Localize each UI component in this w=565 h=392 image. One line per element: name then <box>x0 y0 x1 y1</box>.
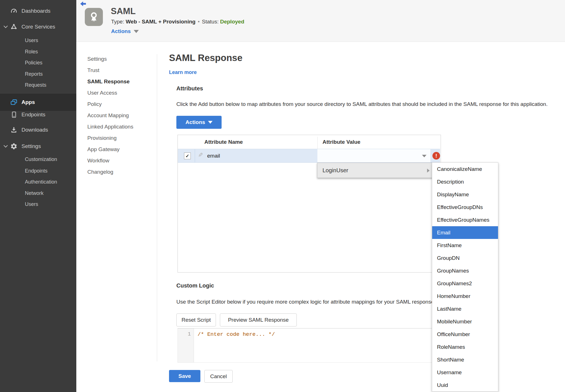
cancel-button[interactable]: Cancel <box>204 370 233 383</box>
tab-policy[interactable]: Policy <box>87 99 133 110</box>
column-header-attribute-value: Attribute Value <box>322 135 360 149</box>
menu-item-firstname[interactable]: FirstName <box>432 239 498 252</box>
script-editor[interactable]: 1 /* Enter code here... */ <box>177 328 440 363</box>
download-icon <box>10 126 18 134</box>
tab-account-mapping[interactable]: Account Mapping <box>87 110 133 121</box>
cell-divider <box>195 149 195 162</box>
chevron-down-icon <box>134 30 139 33</box>
sidebar: Dashboards Core Services Users Roles Pol… <box>0 0 76 392</box>
sidebar-item-customization[interactable]: Customization <box>0 154 76 164</box>
menu-item-groupnames[interactable]: GroupNames <box>432 264 498 277</box>
core-services-icon <box>10 23 18 31</box>
menu-item-uuid[interactable]: Uuid <box>432 379 498 391</box>
tab-trust[interactable]: Trust <box>87 65 133 76</box>
app-header: SAML Type: Web - SAML + Provisioning•Sta… <box>76 0 565 42</box>
custom-logic-heading: Custom Logic <box>176 282 214 289</box>
menu-item-shortname[interactable]: ShortName <box>432 353 498 366</box>
row-checkbox[interactable]: ✓ <box>184 153 191 159</box>
attribute-value-dropdown[interactable] <box>317 149 431 162</box>
status-label: Status: <box>202 19 218 25</box>
value-submenu: CanonicalizeName Description DisplayName… <box>432 162 498 392</box>
menu-item-groupnames2[interactable]: GroupNames2 <box>432 277 498 290</box>
sidebar-item-roles[interactable]: Roles <box>0 47 76 56</box>
sidebar-item-core-services[interactable]: Core Services <box>0 22 76 32</box>
sidebar-item-label: Endpoints <box>21 112 46 118</box>
sidebar-item-label: Downloads <box>21 127 48 133</box>
sidebar-item-reports[interactable]: Reports <box>0 69 76 79</box>
menu-item-email[interactable]: Email <box>432 226 498 239</box>
type-label: Type: <box>111 19 124 25</box>
sidebar-item-label: Core Services <box>21 24 55 30</box>
attribute-name-cell: email <box>207 149 220 162</box>
sidebar-item-label: Apps <box>21 99 35 105</box>
menu-item-homenumber[interactable]: HomeNumber <box>432 290 498 302</box>
chevron-down-icon[interactable] <box>3 144 8 149</box>
attributes-actions-button[interactable]: Actions <box>176 116 222 129</box>
sidebar-item-apps[interactable]: Apps <box>0 94 76 111</box>
sidebar-item-settings-endpoints[interactable]: Endpoints <box>0 166 76 176</box>
page-title: SAML Response <box>169 53 243 63</box>
editor-gutter: 1 <box>178 328 194 362</box>
app-title: SAML <box>111 6 136 16</box>
sidebar-item-label: Dashboards <box>21 8 50 14</box>
menu-item-officenumber[interactable]: OfficeNumber <box>432 328 498 341</box>
tab-app-gateway[interactable]: App Gateway <box>87 144 133 155</box>
header-actions-menu[interactable]: Actions <box>111 28 139 34</box>
line-number: 1 <box>188 331 191 337</box>
attributes-heading: Attributes <box>176 85 203 92</box>
sidebar-item-network[interactable]: Network <box>0 188 76 198</box>
chevron-down-icon <box>208 121 213 124</box>
sidebar-item-dashboards[interactable]: Dashboards <box>0 6 76 16</box>
sidebar-item-authentication[interactable]: Authentication <box>0 177 76 187</box>
editor-code[interactable]: /* Enter code here... */ <box>198 331 275 337</box>
save-button[interactable]: Save <box>169 370 200 382</box>
value-menu-loginuser[interactable]: LoginUser <box>317 163 433 178</box>
menu-item-displayname[interactable]: DisplayName <box>432 188 498 201</box>
custom-logic-description: Use the Script Editor below if you requi… <box>176 299 436 305</box>
app-root: Dashboards Core Services Users Roles Pol… <box>0 0 565 392</box>
gear-icon <box>10 142 18 151</box>
submenu-arrow-icon <box>427 169 430 173</box>
sidebar-item-settings-users[interactable]: Users <box>0 199 76 209</box>
menu-item-username[interactable]: Username <box>432 366 498 379</box>
chevron-down-icon[interactable] <box>3 24 8 29</box>
reset-script-button[interactable]: Reset Script <box>176 313 216 326</box>
sidebar-item-requests[interactable]: Requests <box>0 80 76 90</box>
nav-divider <box>157 54 157 361</box>
tab-workflow[interactable]: Workflow <box>87 155 133 166</box>
saml-app-icon <box>85 8 103 26</box>
table-row[interactable]: ✓ ✎ email ! <box>178 149 440 163</box>
gauge-icon <box>10 7 18 15</box>
sidebar-item-label: Settings <box>21 143 41 149</box>
edit-pencil-icon[interactable]: ✎ <box>198 152 203 158</box>
tab-provisioning[interactable]: Provisioning <box>87 132 133 144</box>
menu-item-effectivegroupdns[interactable]: EffectiveGroupDNs <box>432 201 498 214</box>
sidebar-item-policies[interactable]: Policies <box>0 58 76 67</box>
back-arrow-icon[interactable] <box>80 1 88 8</box>
apps-icon <box>10 98 18 106</box>
tab-settings[interactable]: Settings <box>87 53 133 65</box>
phone-icon <box>10 110 18 119</box>
menu-item-effectivegroupnames[interactable]: EffectiveGroupNames <box>432 214 498 226</box>
tab-saml-response[interactable]: SAML Response <box>87 76 133 87</box>
sidebar-item-endpoints[interactable]: Endpoints <box>0 110 76 119</box>
app-section-nav: Settings Trust SAML Response User Access… <box>87 53 133 178</box>
attributes-description: Click the Add button below to map attrib… <box>176 101 547 107</box>
tab-changelog[interactable]: Changelog <box>87 166 133 178</box>
menu-item-mobilenumber[interactable]: MobileNumber <box>432 315 498 328</box>
status-badge: Deployed <box>220 19 244 25</box>
menu-item-groupdn[interactable]: GroupDN <box>432 252 498 264</box>
menu-item-canonicalizename[interactable]: CanonicalizeName <box>432 163 498 175</box>
column-header-attribute-name: Attribute Name <box>204 135 243 149</box>
sidebar-item-settings[interactable]: Settings <box>0 141 76 151</box>
menu-item-description[interactable]: Description <box>432 175 498 188</box>
preview-saml-response-button[interactable]: Preview SAML Response <box>220 313 297 326</box>
sidebar-item-users[interactable]: Users <box>0 36 76 45</box>
tab-user-access[interactable]: User Access <box>87 87 133 99</box>
sidebar-item-downloads[interactable]: Downloads <box>0 125 76 135</box>
menu-item-lastname[interactable]: LastName <box>432 302 498 315</box>
app-meta: Type: Web - SAML + Provisioning•Status: … <box>111 19 244 25</box>
tab-linked-applications[interactable]: Linked Applications <box>87 121 133 132</box>
learn-more-link[interactable]: Learn more <box>169 69 197 75</box>
menu-item-rolenames[interactable]: RoleNames <box>432 341 498 353</box>
